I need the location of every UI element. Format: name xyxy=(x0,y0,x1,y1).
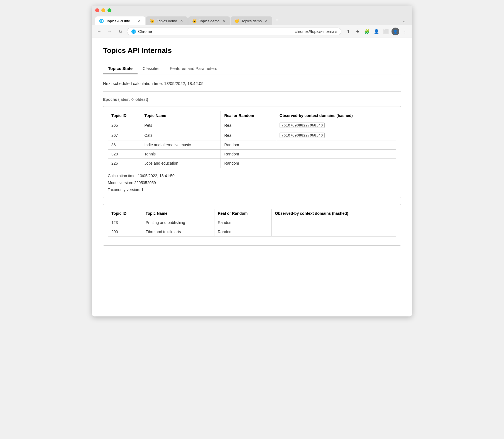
maximize-button[interactable] xyxy=(107,8,111,12)
nav-bar: ← → ↻ 🌐 Chrome | chrome://topics-interna… xyxy=(92,25,412,38)
model-version-value: 2205052059 xyxy=(134,181,156,185)
cell-real-or-random: Random xyxy=(214,227,271,236)
model-version-line: Model version: 2205052059 xyxy=(108,179,396,186)
tab-favicon-3: 🐱 xyxy=(192,19,197,23)
cell-topic-id: 328 xyxy=(108,150,141,159)
col-header-topic-id-2: Topic ID xyxy=(108,209,142,218)
tab-close-2[interactable]: ✕ xyxy=(179,19,184,23)
epoch-2-table: Topic ID Topic Name Real or Random Obser… xyxy=(108,209,396,236)
tabs-bar: 🌐 Topics API Intern... ✕ 🐱 Topics demo ✕… xyxy=(95,15,409,25)
hash-chip: 7610709088227068340 xyxy=(280,133,325,138)
close-button[interactable] xyxy=(95,8,99,12)
cell-topic-name: Pets xyxy=(141,120,221,130)
scheduled-time: 13/05/2022, 18:42:05 xyxy=(164,81,204,86)
cell-real-or-random: Random xyxy=(214,218,271,227)
taxonomy-version-label: Taxonomy version: xyxy=(108,187,140,192)
tab-features-parameters[interactable]: Features and Parameters xyxy=(165,63,222,74)
browser-tab-4[interactable]: 🐱 Topics demo ✕ xyxy=(231,16,272,25)
tab-label-4: Topics demo xyxy=(241,19,262,23)
cell-topic-name: Cats xyxy=(141,130,221,140)
table-row: 328TennisRandom xyxy=(108,150,396,159)
col-header-domains-2: Observed-by context domains (hashed) xyxy=(271,209,396,218)
tab-favicon-4: 🐱 xyxy=(234,19,239,23)
cell-topic-id: 267 xyxy=(108,130,141,140)
cell-domains-hashed xyxy=(271,227,396,236)
profile-icon[interactable]: 👤 xyxy=(392,28,399,35)
cell-real-or-random: Random xyxy=(221,150,276,159)
extensions-icon[interactable]: 🧩 xyxy=(363,28,371,35)
cell-topic-name: Fibre and textile arts xyxy=(142,227,214,236)
bookmark-icon[interactable]: ★ xyxy=(354,28,361,35)
table-row: 226Jobs and educationRandom xyxy=(108,159,396,168)
calc-time-label: Calculation time: xyxy=(108,174,137,178)
tab-close-1[interactable]: ✕ xyxy=(137,19,141,23)
tab-classifier[interactable]: Classifier xyxy=(138,63,165,74)
cell-domains-hashed: 7610709088227068340 xyxy=(276,120,396,130)
browser-tab-2[interactable]: 🐱 Topics demo ✕ xyxy=(146,16,188,25)
traffic-lights xyxy=(95,8,409,12)
address-separator: | xyxy=(292,29,293,34)
split-view-icon[interactable]: ⬜ xyxy=(382,28,390,35)
cell-domains-hashed xyxy=(276,159,396,168)
calculation-time-line: Calculation time: 13/05/2022, 18:41:50 xyxy=(108,172,396,179)
model-version-label: Model version: xyxy=(108,181,133,185)
title-bar: 🌐 Topics API Intern... ✕ 🐱 Topics demo ✕… xyxy=(92,6,412,25)
table-row: 36Indie and alternative musicRandom xyxy=(108,140,396,150)
col-header-topic-id-1: Topic ID xyxy=(108,111,141,120)
share-icon[interactable]: ⬆ xyxy=(344,28,352,35)
table-row: 200Fibre and textile artsRandom xyxy=(108,227,396,236)
tab-label-1: Topics API Intern... xyxy=(106,19,135,23)
cell-real-or-random: Random xyxy=(221,159,276,168)
taxonomy-version-value: 1 xyxy=(141,187,144,192)
minimize-button[interactable] xyxy=(101,8,105,12)
cell-topic-id: 265 xyxy=(108,120,141,130)
epoch-box-1: Topic ID Topic Name Real or Random Obser… xyxy=(103,106,401,198)
new-tab-button[interactable]: + xyxy=(273,15,282,25)
cell-real-or-random: Real xyxy=(221,120,276,130)
toolbar-icons: ⬆ ★ 🧩 👤 ⬜ 👤 ⋮ xyxy=(344,28,409,35)
epochs-heading: Epochs (latest -> oldest) xyxy=(103,97,401,102)
tab-favicon-1: 🌐 xyxy=(99,19,104,23)
epoch-box-2: Topic ID Topic Name Real or Random Obser… xyxy=(103,204,401,246)
address-bar[interactable]: 🌐 Chrome | chrome://topics-internals xyxy=(127,28,341,35)
table-row: 265PetsReal7610709088227068340 xyxy=(108,120,396,130)
browser-tab-1[interactable]: 🌐 Topics API Intern... ✕ xyxy=(95,16,145,25)
browser-tab-3[interactable]: 🐱 Topics demo ✕ xyxy=(188,16,230,25)
tab-label-2: Topics demo xyxy=(157,19,177,23)
cell-real-or-random: Real xyxy=(221,130,276,140)
col-header-topic-name-1: Topic Name xyxy=(141,111,221,120)
cell-domains-hashed: 7610709088227068340 xyxy=(276,130,396,140)
col-header-domains-1: Observed-by context domains (hashed) xyxy=(276,111,396,120)
scheduled-label: Next scheduled calculation time: xyxy=(103,81,163,86)
epoch-1-meta: Calculation time: 13/05/2022, 18:41:50 M… xyxy=(108,172,396,194)
address-prefix: Chrome xyxy=(138,29,289,34)
cell-topic-id: 226 xyxy=(108,159,141,168)
tab-favicon-2: 🐱 xyxy=(150,19,155,23)
back-button[interactable]: ← xyxy=(95,28,103,35)
menu-icon[interactable]: ⋮ xyxy=(401,28,409,35)
calc-time-value: 13/05/2022, 18:41:50 xyxy=(138,174,174,178)
profile-extension-icon[interactable]: 👤 xyxy=(373,28,380,35)
epoch-1-table: Topic ID Topic Name Real or Random Obser… xyxy=(108,111,396,168)
cell-topic-name: Printing and publishing xyxy=(142,218,214,227)
cell-domains-hashed xyxy=(271,218,396,227)
tab-close-3[interactable]: ✕ xyxy=(222,19,226,23)
col-header-real-random-2: Real or Random xyxy=(214,209,271,218)
content-tabs: Topics State Classifier Features and Par… xyxy=(103,63,401,74)
browser-window: 🌐 Topics API Intern... ✕ 🐱 Topics demo ✕… xyxy=(92,6,412,316)
table-row: 267CatsReal7610709088227068340 xyxy=(108,130,396,140)
col-header-real-random-1: Real or Random xyxy=(221,111,276,120)
hash-chip: 7610709088227068340 xyxy=(280,123,325,128)
cell-topic-id: 36 xyxy=(108,140,141,150)
cell-topic-name: Indie and alternative music xyxy=(141,140,221,150)
cell-topic-name: Tennis xyxy=(141,150,221,159)
tab-close-4[interactable]: ✕ xyxy=(264,19,268,23)
taxonomy-version-line: Taxonomy version: 1 xyxy=(108,186,396,193)
cell-domains-hashed xyxy=(276,150,396,159)
tabs-chevron-icon[interactable]: ⌄ xyxy=(400,16,409,25)
forward-button[interactable]: → xyxy=(106,28,114,35)
reload-button[interactable]: ↻ xyxy=(116,28,124,35)
cell-topic-name: Jobs and education xyxy=(141,159,221,168)
tab-topics-state[interactable]: Topics State xyxy=(103,63,138,74)
cell-real-or-random: Random xyxy=(221,140,276,150)
